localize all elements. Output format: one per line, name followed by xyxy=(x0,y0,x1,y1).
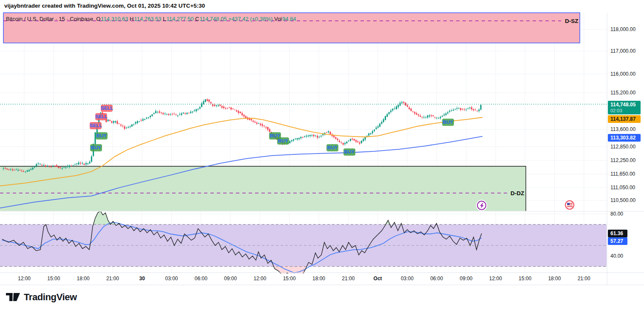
ohlc-value: 114,310.63 xyxy=(101,16,130,22)
economic-event-lightning-icon[interactable] xyxy=(477,201,486,210)
attribution-text: vijaybntrader created with TradingView.c… xyxy=(4,3,205,9)
ohlc-value: 114,763.53 xyxy=(134,16,163,22)
rsi-ma-badge: 57.27 xyxy=(608,237,627,245)
symbol-header: Bitcoin / U.S. Dollar · 15 · Coinbase O1… xyxy=(6,16,296,22)
demand-zone xyxy=(0,166,526,211)
demand-zone-label: D-DZ xyxy=(511,190,524,196)
buy-signal-label: BUY xyxy=(96,132,108,139)
chart-canvas[interactable] xyxy=(0,0,644,310)
tradingview-logo-mark xyxy=(6,293,20,301)
buy-signal-label: BUY xyxy=(442,119,454,126)
volume-label: Vol xyxy=(274,16,282,22)
change-value: +437.42 (+0.38%) xyxy=(228,16,274,22)
tradingview-chart-page: vijaybntrader created with TradingView.c… xyxy=(0,0,644,310)
ohlc-label: L xyxy=(163,16,166,22)
buy-signal-label: BUY xyxy=(277,137,289,145)
ohlc-value: 114,277.50 xyxy=(166,16,195,22)
tradingview-logo[interactable]: TradingView xyxy=(6,292,77,303)
ohlc-label: O xyxy=(96,16,100,22)
buy-signal-label: BUY xyxy=(343,148,355,156)
sell-signal-label: SELL xyxy=(101,105,113,112)
ohlc-values: O114,310.63 H114,763.53 L114,277.50 C114… xyxy=(96,16,296,22)
sell-signal-label: SELL xyxy=(95,113,107,120)
ohlc-label: H xyxy=(130,16,133,22)
countdown-timer: 02:03 xyxy=(610,108,641,114)
candles xyxy=(3,98,482,173)
ma-slow-badge: 113,303.82 xyxy=(608,134,641,142)
buy-signal-label: BUY xyxy=(90,144,102,151)
sell-signal-label: SELL xyxy=(90,122,102,129)
volume-value: 94.84 xyxy=(282,16,296,22)
ohlc-label: C xyxy=(195,16,199,22)
buy-signal-label: BUY xyxy=(326,144,338,151)
time-axis[interactable] xyxy=(0,273,607,285)
ma-fast-badge: 114,137.87 xyxy=(608,115,641,123)
last-price-badge: 114,748.0502:03 xyxy=(608,101,641,114)
tradingview-logo-text: TradingView xyxy=(24,292,77,303)
economic-event-us-flag-icon[interactable] xyxy=(565,200,574,210)
ohlc-value: 114,748.05 xyxy=(200,16,229,22)
symbol-title[interactable]: Bitcoin / U.S. Dollar · 15 · Coinbase xyxy=(6,16,93,22)
rsi-value-badge: 61.36 xyxy=(608,230,627,237)
supply-zone-label: D-SZ xyxy=(565,18,579,24)
